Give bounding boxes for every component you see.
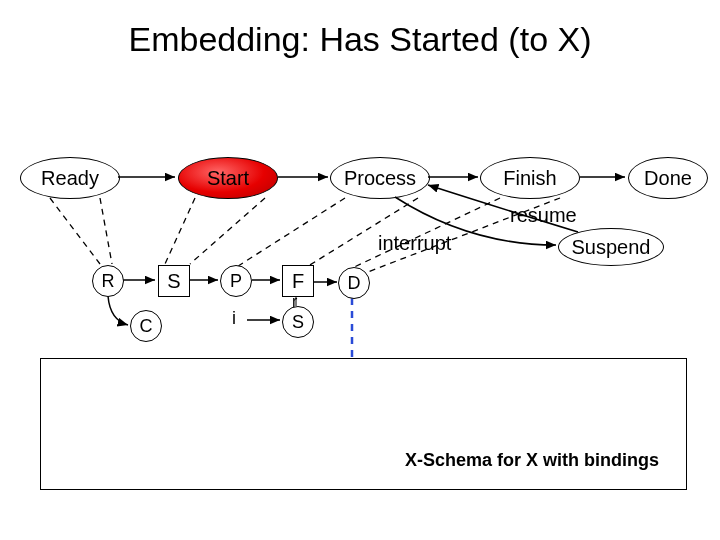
label-i: i [232, 308, 236, 329]
node-suspend: Suspend [558, 228, 664, 266]
node-finish: Finish [480, 157, 580, 199]
caption-text: X-Schema for X with bindings [405, 450, 659, 471]
label-interrupt: interrupt [378, 232, 451, 255]
subnode-R: R [92, 265, 124, 297]
subnode-Ssub: S [282, 306, 314, 338]
subnode-C: C [130, 310, 162, 342]
subnode-F: F [282, 265, 314, 297]
node-ready: Ready [20, 157, 120, 199]
subnode-P: P [220, 265, 252, 297]
svg-line-7 [190, 198, 265, 264]
node-start: Start [178, 157, 278, 199]
svg-line-4 [50, 198, 100, 264]
subnode-S: S [158, 265, 190, 297]
svg-line-6 [165, 198, 195, 264]
label-resume: resume [510, 204, 577, 227]
subnode-D: D [338, 267, 370, 299]
page-title: Embedding: Has Started (to X) [0, 20, 720, 59]
node-done: Done [628, 157, 708, 199]
svg-line-8 [235, 198, 345, 268]
node-process: Process [330, 157, 430, 199]
svg-line-5 [100, 198, 112, 264]
